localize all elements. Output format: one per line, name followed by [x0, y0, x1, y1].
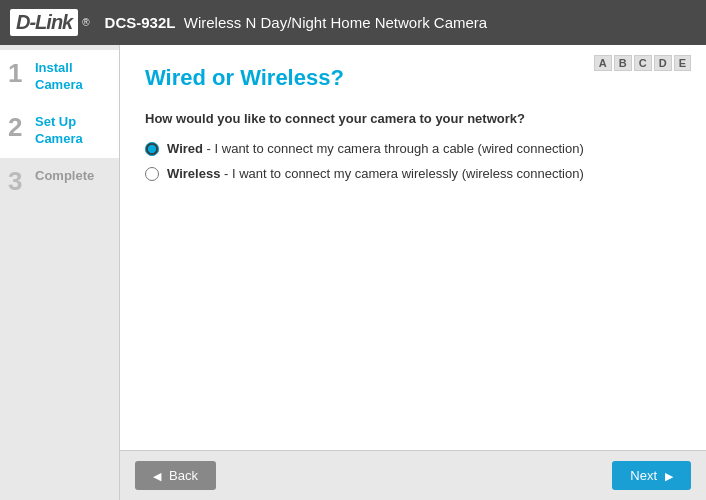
- option-wired[interactable]: Wired - I want to connect my camera thro…: [145, 141, 681, 156]
- lang-tab-e[interactable]: E: [674, 55, 691, 71]
- option-wireless-label: Wireless - I want to connect my camera w…: [167, 166, 584, 181]
- lang-tab-a[interactable]: A: [594, 55, 612, 71]
- radio-wireless[interactable]: [145, 167, 159, 181]
- option-wired-rest: - I want to connect my camera through a …: [203, 141, 584, 156]
- sidebar-step-3[interactable]: 3 Complete: [0, 158, 119, 204]
- question-label: How would you like to connect your camer…: [145, 111, 681, 126]
- step-label-3: Complete: [35, 168, 94, 185]
- next-button[interactable]: Next: [612, 461, 691, 490]
- option-wireless-rest: - I want to connect my camera wirelessly…: [220, 166, 583, 181]
- sidebar-step-2[interactable]: 2 Set Up Camera: [0, 104, 119, 158]
- step-label-1: Install Camera: [35, 60, 83, 94]
- registered-mark: ®: [82, 17, 89, 28]
- next-arrow-icon: [665, 468, 673, 483]
- header-model: DCS-932L: [105, 14, 176, 31]
- next-label: Next: [630, 468, 657, 483]
- step-sub-1: Camera: [35, 77, 83, 94]
- dlink-logo-box: D-Link: [10, 9, 78, 36]
- back-arrow-icon: [153, 468, 161, 483]
- radio-options: Wired - I want to connect my camera thro…: [145, 141, 681, 181]
- dlink-logo: D-Link ®: [10, 9, 90, 36]
- option-wired-label: Wired - I want to connect my camera thro…: [167, 141, 584, 156]
- main-layout: 1 Install Camera 2 Set Up Camera 3 Compl…: [0, 45, 706, 500]
- option-wireless[interactable]: Wireless - I want to connect my camera w…: [145, 166, 681, 181]
- radio-wired[interactable]: [145, 142, 159, 156]
- option-wireless-bold: Wireless: [167, 166, 220, 181]
- header: D-Link ® DCS-932L Wireless N Day/Night H…: [0, 0, 706, 45]
- step-sub-2: Camera: [35, 131, 83, 148]
- step-title-1: Install: [35, 60, 83, 77]
- sidebar: 1 Install Camera 2 Set Up Camera 3 Compl…: [0, 45, 120, 500]
- step-title-3: Complete: [35, 168, 94, 185]
- step-number-3: 3: [8, 168, 30, 194]
- lang-tab-c[interactable]: C: [634, 55, 652, 71]
- option-wired-bold: Wired: [167, 141, 203, 156]
- lang-tab-d[interactable]: D: [654, 55, 672, 71]
- lang-tab-b[interactable]: B: [614, 55, 632, 71]
- step-title-2: Set Up: [35, 114, 83, 131]
- back-button[interactable]: Back: [135, 461, 216, 490]
- content-area: A B C D E Wired or Wireless? How would y…: [120, 45, 706, 500]
- step-label-2: Set Up Camera: [35, 114, 83, 148]
- step-number-2: 2: [8, 114, 30, 140]
- footer-bar: Back Next: [120, 450, 706, 500]
- header-product-name: Wireless N Day/Night Home Network Camera: [184, 14, 487, 31]
- sidebar-step-1[interactable]: 1 Install Camera: [0, 50, 119, 104]
- lang-tabs: A B C D E: [594, 55, 691, 71]
- back-label: Back: [169, 468, 198, 483]
- header-title: DCS-932L Wireless N Day/Night Home Netwo…: [105, 14, 488, 31]
- step-number-1: 1: [8, 60, 30, 86]
